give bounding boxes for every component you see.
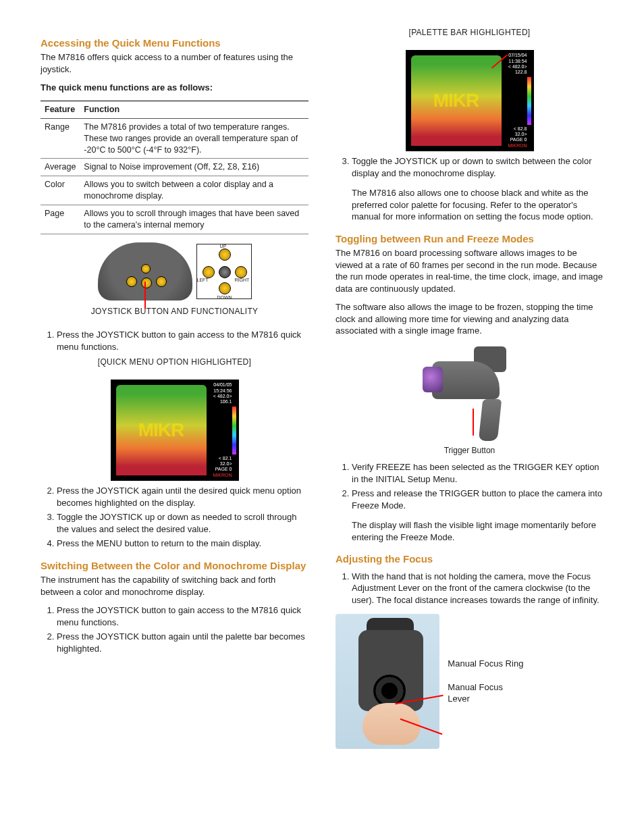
focus-figure: Manual Focus Ring Manual Focus Lever [336,614,525,749]
steps-freeze: Verify FREEZE has been selected as the T… [336,461,603,511]
list-item: Press the JOYSTICK button again until th… [57,631,308,654]
caption-joystick: JOYSTICK BUTTON AND FUNCTIONALITY [41,306,308,317]
label-focus-lever: Manual Focus Lever [448,682,525,705]
heading-focus: Adjusting the Focus [336,552,603,566]
list-item: Press and release the TRIGGER button to … [352,488,603,511]
dpad-icon: UP DOWN LEFT RIGHT [196,244,252,299]
intro-quick-menu: The M7816 offers quick access to a numbe… [41,51,308,75]
p-color-mono: The instrument has the capability of swi… [41,574,308,598]
callout-arrow-icon [473,409,474,436]
th-feature: Feature [41,101,80,118]
p-freeze-note: The display will flash the visible light… [352,519,603,543]
thermal-screenshot-2: MIKR 07/15/04 11:38:54 < 482.0> 122.8 < … [406,50,534,151]
heading-quick-menu: Accessing the Quick Menu Functions [41,36,308,50]
camera-in-hand-icon [336,614,439,749]
caption-quick-menu-shot: [QUICK MENU OPTION HIGHLIGHTED] [41,357,308,367]
steps-focus: With the hand that is not holding the ca… [336,571,603,606]
p-palette-note: The M7816 also allows one to choose blac… [352,187,603,223]
steps-quick-menu-b: Press the JOYSTICK again until the desir… [41,485,308,550]
list-item: Press the JOYSTICK button to gain access… [57,604,308,628]
heading-run-freeze: Toggling between Run and Freeze Modes [336,232,603,246]
list-item: Press the JOYSTICK button to gain access… [57,329,308,353]
p-run-freeze-1: The M7816 on board processing software a… [336,247,603,294]
list-item: Toggle the JOYSTICK up or down to switch… [352,155,603,179]
list-item: Toggle the JOYSTICK up or down as needed… [57,511,308,535]
table-row: RangeThe M7816 provides a total of two t… [41,118,308,159]
quick-menu-subhead: The quick menu functions are as follows: [41,82,308,94]
label-focus-ring: Manual Focus Ring [448,658,525,670]
p-run-freeze-2: The software also allows the image to be… [336,301,603,337]
steps-palette: Toggle the JOYSTICK up or down to switch… [336,155,603,179]
thermal-screenshot-1: MIKR 04/01/05 15:24:56 < 482.0> 106.1 < … [111,380,239,481]
thermal-image-icon: MIKR [411,55,502,146]
list-item: Verify FREEZE has been selected as the T… [352,461,603,485]
thermal-image-icon: MIKR [116,385,207,475]
list-item: With the hand that is not holding the ca… [352,571,603,606]
th-function: Function [80,101,308,118]
steps-quick-menu-a: Press the JOYSTICK button to gain access… [41,329,308,353]
table-row: ColorAllows you to switch between a colo… [41,176,308,205]
table-row: AverageSignal to Noise improvement (Off,… [41,159,308,176]
quick-menu-table: Feature Function RangeThe M7816 provides… [41,101,308,234]
palette-spectrum-icon [232,407,236,454]
heading-color-mono: Switching Between the Color and Monochro… [41,559,308,573]
steps-color-mono: Press the JOYSTICK button to gain access… [41,604,308,654]
joystick-device-icon [98,242,192,301]
list-item: Press the MENU button to return to the m… [57,538,308,550]
table-row: PageAllows you to scroll through images … [41,205,308,234]
camera-lens-icon [423,367,443,392]
trigger-button-label: Trigger Button [336,445,603,456]
caption-palette-bar: [PALETTE BAR HIGHLIGHTED] [336,27,603,38]
palette-spectrum-icon [527,77,531,125]
list-item: Press the JOYSTICK again until the desir… [57,485,308,509]
camera-side-figure [416,344,524,445]
joystick-figure: UP DOWN LEFT RIGHT [87,241,263,302]
